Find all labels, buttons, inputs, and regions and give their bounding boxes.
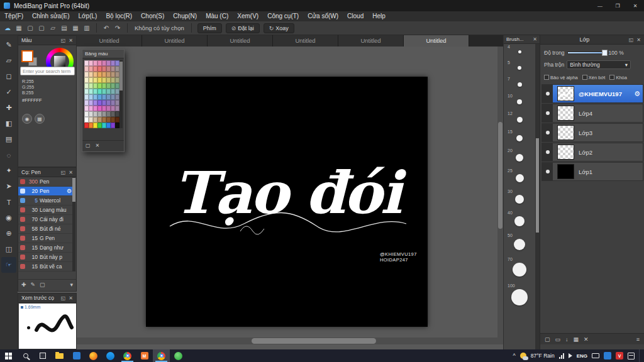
menu-item-m-u-c[interactable]: Màu (C) <box>201 11 233 21</box>
close-icon[interactable]: ✕ <box>69 295 73 301</box>
color-wheel-core[interactable] <box>54 56 65 67</box>
search-icon[interactable] <box>17 349 34 362</box>
palette-color[interactable] <box>102 89 106 94</box>
start-button[interactable] <box>0 349 17 362</box>
opacity-slider[interactable] <box>567 50 606 56</box>
canvas[interactable]: Tạo đói @KHIEMVU197 HOIDAP247 <box>146 77 428 327</box>
close-icon[interactable]: ✕ <box>636 37 641 43</box>
tray-chevron-icon[interactable]: ^ <box>513 353 516 359</box>
blend-mode-select[interactable]: Bình thường ▾ <box>567 60 631 69</box>
palette-color[interactable] <box>89 100 93 106</box>
palette-color[interactable] <box>106 117 111 123</box>
palette-color[interactable] <box>115 60 119 66</box>
onedrive-tray-icon[interactable] <box>604 352 611 359</box>
palette-color[interactable] <box>102 66 106 72</box>
messenger-icon[interactable] <box>102 349 119 362</box>
brush-item-b-t-n-y-p-8[interactable]: 10Bút này p <box>18 253 74 262</box>
redo-button[interactable]: ↷ <box>113 23 123 33</box>
duplicate-layer-icon[interactable]: ▦ <box>574 336 579 343</box>
palette-color[interactable] <box>97 77 102 83</box>
layer-visibility-toggle[interactable] <box>542 143 553 161</box>
brush-settings-gear-icon[interactable]: ⚙ <box>67 188 72 194</box>
palette-color[interactable] <box>102 72 106 77</box>
comment-icon[interactable]: ▢ <box>36 23 47 33</box>
palette-color[interactable] <box>102 111 106 117</box>
palette-color[interactable] <box>111 72 115 77</box>
palette-color[interactable] <box>89 123 93 128</box>
pen-tool[interactable]: ✎ <box>1 37 16 53</box>
tab-untitled-5[interactable]: Untitled <box>404 35 469 47</box>
palette-color[interactable] <box>97 111 102 117</box>
palette-color[interactable] <box>89 111 93 117</box>
chrome-icon-2[interactable] <box>153 349 170 362</box>
horizontal-scroll-thumb[interactable] <box>252 338 376 344</box>
palette-color[interactable] <box>102 77 106 83</box>
foreground-color-swatch[interactable] <box>21 50 33 62</box>
palette-color[interactable] <box>84 83 89 89</box>
palette-color[interactable] <box>84 77 89 83</box>
coccoc-icon[interactable] <box>170 349 187 362</box>
close-button[interactable]: ✕ <box>626 0 644 11</box>
save-icon[interactable]: ▦ <box>14 23 24 33</box>
touch-keyboard-icon[interactable] <box>592 353 599 358</box>
palette-color[interactable] <box>97 123 102 128</box>
menu-item-c-ng-c-t[interactable]: Công cụ(T) <box>263 11 303 21</box>
maximize-button[interactable]: ❐ <box>609 0 626 11</box>
palette-color[interactable] <box>111 66 115 72</box>
palette-color[interactable] <box>89 66 93 72</box>
brush-size-option-100[interactable]: 100 <box>504 283 535 312</box>
weather-text[interactable]: 87°F Rain <box>531 353 555 359</box>
action-center-icon[interactable] <box>628 353 635 359</box>
palette-color[interactable] <box>89 77 93 83</box>
edit-brush-icon[interactable]: ✎ <box>31 282 36 288</box>
popout-icon[interactable]: ◱ <box>61 38 66 43</box>
brush-size-option-4[interactable]: 4 <box>504 44 535 60</box>
layer-visibility-toggle[interactable] <box>542 104 553 122</box>
close-icon[interactable]: ✕ <box>69 38 73 43</box>
palette-color[interactable] <box>89 60 93 66</box>
keys-button[interactable]: Phím <box>197 23 222 33</box>
palette-color[interactable] <box>84 111 89 117</box>
brush-scrollbar[interactable] <box>72 177 75 272</box>
palette-color[interactable] <box>106 100 111 106</box>
cloud-upload-icon[interactable]: ☁ <box>3 23 13 33</box>
palette-color[interactable] <box>111 77 115 83</box>
palette-color[interactable] <box>89 83 93 89</box>
palette-color[interactable] <box>97 72 102 77</box>
palette-color[interactable] <box>93 106 97 111</box>
palette-color[interactable] <box>106 106 111 111</box>
move-tool[interactable]: ✚ <box>1 100 16 116</box>
palette-color[interactable] <box>106 111 111 117</box>
palette-color[interactable] <box>111 111 115 117</box>
palette-color[interactable] <box>84 89 89 94</box>
language-indicator[interactable]: ENG <box>577 353 587 359</box>
brush-page-icon[interactable]: ▢ <box>40 282 45 288</box>
horizontal-scrollbar[interactable] <box>77 337 503 344</box>
palette-color[interactable] <box>84 100 89 106</box>
gradient-tool[interactable]: ▤ <box>1 131 16 147</box>
photos-icon[interactable] <box>68 349 85 362</box>
palette-color[interactable] <box>115 117 119 123</box>
brush-size-option-70[interactable]: 70 <box>504 256 535 283</box>
chat-icon[interactable]: ▢ <box>25 23 35 33</box>
layer-option-kh-a[interactable]: Khóa <box>609 75 627 80</box>
lasso-tool[interactable]: ◌ <box>1 147 16 163</box>
palette-color[interactable] <box>115 83 119 89</box>
close-icon[interactable]: ✕ <box>69 170 73 175</box>
eyedropper-icon[interactable]: ◉ <box>22 114 32 124</box>
minimize-button[interactable]: — <box>591 0 609 11</box>
popout-icon[interactable]: ◱ <box>629 37 634 43</box>
layer-visibility-toggle[interactable] <box>542 163 553 180</box>
palette-color[interactable] <box>84 94 89 100</box>
menu-item-t-p-f[interactable]: Tệp(F) <box>0 11 28 21</box>
menu-item-ch-n-s[interactable]: Chọn(S) <box>136 11 169 21</box>
brush-item-b-t-v-ca-9[interactable]: 15Bút vẽ ca <box>18 262 74 272</box>
palette-color[interactable] <box>106 123 111 128</box>
palette-color[interactable] <box>84 60 89 66</box>
vertical-scroll-thumb[interactable] <box>498 122 502 229</box>
grid-icon[interactable]: ▦ <box>70 23 80 33</box>
palette-color[interactable] <box>106 94 111 100</box>
palette-color[interactable] <box>111 89 115 94</box>
new-folder-icon[interactable]: ▭ <box>555 336 561 343</box>
brush-item-watercol-2[interactable]: 5Watercol <box>18 196 74 206</box>
